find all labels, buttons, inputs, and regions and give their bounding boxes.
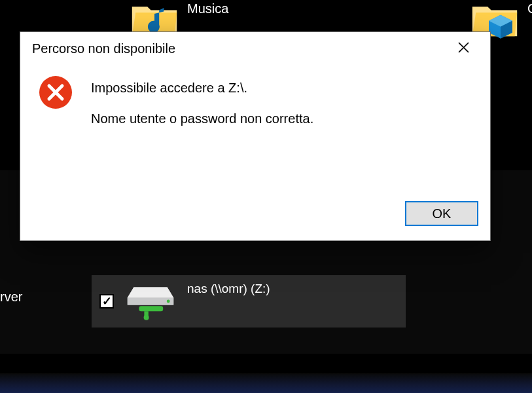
folder-label: C xyxy=(527,1,532,16)
close-button[interactable] xyxy=(449,35,478,62)
error-icon xyxy=(39,75,73,109)
svg-point-9 xyxy=(144,315,149,320)
svg-rect-7 xyxy=(139,306,163,311)
dialog-titlebar: Percorso non disponibile xyxy=(20,32,490,65)
ok-button[interactable]: OK xyxy=(405,201,478,226)
folder-label: Musica xyxy=(187,1,228,16)
dialog-footer: OK xyxy=(20,192,490,240)
network-drive-item[interactable]: ✓ nas (\\omr) (Z:) xyxy=(92,275,406,328)
dialog-message-area: Impossibile accedere a Z:\. Nome utente … xyxy=(91,75,313,126)
error-dialog: Percorso non disponibile Impossibile acc… xyxy=(20,31,491,241)
close-icon xyxy=(458,42,469,55)
sidebar-label-partial: rver xyxy=(0,290,22,305)
dialog-message-primary: Impossibile accedere a Z:\. xyxy=(91,81,313,96)
checkbox-icon[interactable]: ✓ xyxy=(99,294,114,309)
taskbar-sliver xyxy=(0,373,532,393)
dialog-body: Impossibile accedere a Z:\. Nome utente … xyxy=(20,65,490,126)
dialog-message-secondary: Nome utente o password non corretta. xyxy=(91,111,313,126)
svg-rect-5 xyxy=(128,297,173,305)
svg-point-6 xyxy=(167,300,170,303)
svg-marker-4 xyxy=(128,287,173,297)
network-drive-icon xyxy=(124,282,177,321)
network-drive-label: nas (\\omr) (Z:) xyxy=(187,282,270,296)
dialog-title: Percorso non disponibile xyxy=(32,41,175,56)
